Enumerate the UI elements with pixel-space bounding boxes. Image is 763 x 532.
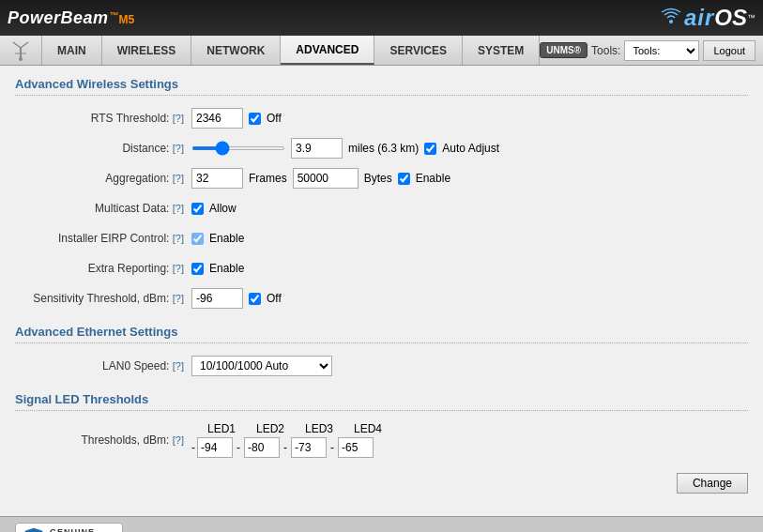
- led2-led3-separator: -: [283, 441, 287, 454]
- auto-adjust-checkbox[interactable]: [424, 143, 436, 155]
- led2-header: LED2: [246, 422, 295, 435]
- tab-network[interactable]: NETWORK: [191, 36, 281, 65]
- lan0-speed-help[interactable]: [?]: [173, 360, 184, 372]
- aggregation-help[interactable]: [?]: [173, 173, 184, 184]
- lan0-speed-controls: 10/100/1000 Auto 10 Mbps-Half 10 Mbps-Fu…: [191, 356, 332, 376]
- air-label: air: [684, 5, 714, 31]
- multicast-data-controls: Allow: [191, 202, 237, 215]
- extra-reporting-help[interactable]: [?]: [173, 263, 184, 274]
- aggregation-label: Aggregation: [?]: [15, 172, 184, 185]
- nav-bar: MAIN WIRELESS NETWORK ADVANCED SERVICES …: [0, 36, 763, 66]
- advanced-wireless-section: Advanced Wireless Settings RTS Threshold…: [15, 77, 748, 310]
- change-button-row: Change: [15, 473, 748, 494]
- multicast-allow-checkbox[interactable]: [191, 203, 204, 215]
- frames-label: Frames: [249, 172, 287, 185]
- rts-threshold-label: RTS Threshold: [?]: [15, 112, 184, 125]
- installer-eirp-checkbox[interactable]: [191, 233, 204, 245]
- signal-led-title: Signal LED Thresholds: [15, 392, 748, 411]
- led4-input[interactable]: [338, 437, 374, 458]
- distance-input[interactable]: [291, 138, 343, 159]
- installer-eirp-help[interactable]: [?]: [173, 233, 184, 244]
- header: PowerBeam™M5 airOS™: [0, 0, 763, 36]
- led2-input[interactable]: [244, 437, 280, 458]
- tab-main[interactable]: MAIN: [42, 36, 102, 65]
- installer-eirp-label: Installer EIRP Control: [?]: [15, 232, 184, 245]
- product-model: ™M5: [110, 10, 135, 26]
- rts-threshold-input[interactable]: [191, 108, 243, 129]
- lan0-speed-select[interactable]: 10/100/1000 Auto 10 Mbps-Half 10 Mbps-Fu…: [191, 356, 332, 376]
- led1-separator: -: [191, 441, 195, 454]
- svg-point-4: [19, 57, 23, 61]
- sensitivity-threshold-input[interactable]: [191, 288, 243, 309]
- genuine-product-badge: U GENUINE PRODUCT: [15, 523, 123, 532]
- led3-header: LED3: [295, 422, 343, 435]
- tab-system[interactable]: SYSTEM: [463, 36, 540, 65]
- bytes-label: Bytes: [364, 172, 392, 185]
- tools-label: Tools:: [591, 44, 620, 57]
- distance-help[interactable]: [?]: [173, 143, 184, 154]
- aggregation-row: Aggregation: [?] Frames Bytes Enable: [15, 167, 748, 190]
- sensitivity-threshold-help[interactable]: [?]: [173, 293, 184, 304]
- tab-advanced[interactable]: ADVANCED: [281, 36, 374, 65]
- rts-threshold-row: RTS Threshold: [?] Off: [15, 107, 748, 129]
- sensitivity-threshold-controls: Off: [191, 288, 282, 309]
- rts-threshold-off-label: Off: [267, 112, 282, 125]
- extra-reporting-label: Extra Reporting: [?]: [15, 262, 184, 275]
- installer-eirp-enable-label: Enable: [209, 232, 244, 245]
- distance-unit: miles (6.3 km): [348, 142, 419, 155]
- unms-badge[interactable]: UNMS®: [540, 42, 588, 58]
- tab-services[interactable]: SERVICES: [374, 36, 462, 65]
- logout-button[interactable]: Logout: [703, 40, 755, 61]
- sensitivity-threshold-off-label: Off: [267, 292, 282, 305]
- multicast-data-help[interactable]: [?]: [173, 203, 184, 214]
- change-button[interactable]: Change: [677, 473, 748, 494]
- bottom-bar: U GENUINE PRODUCT © Copyright 2006-2020 …: [0, 516, 763, 532]
- led1-input[interactable]: [197, 437, 233, 458]
- product-logo: PowerBeam: [8, 8, 109, 28]
- signal-led-section: Signal LED Thresholds Thresholds, dBm: […: [15, 392, 748, 458]
- extra-reporting-row: Extra Reporting: [?] Enable: [15, 257, 748, 280]
- svg-point-0: [669, 20, 673, 23]
- led-thresholds-controls: LED1 LED2 LED3 LED4 - - - -: [191, 422, 392, 458]
- distance-slider[interactable]: [191, 146, 285, 150]
- extra-reporting-checkbox[interactable]: [191, 263, 204, 275]
- lan0-speed-row: LAN0 Speed: [?] 10/100/1000 Auto 10 Mbps…: [15, 355, 748, 377]
- installer-eirp-controls: Enable: [191, 232, 244, 245]
- extra-reporting-enable-label: Enable: [209, 262, 244, 275]
- multicast-data-row: Multicast Data: [?] Allow: [15, 197, 748, 220]
- sensitivity-threshold-off-checkbox[interactable]: [249, 293, 261, 305]
- multicast-data-label: Multicast Data: [?]: [15, 202, 184, 215]
- advanced-wireless-title: Advanced Wireless Settings: [15, 77, 748, 96]
- advanced-ethernet-section: Advanced Ethernet Settings LAN0 Speed: […: [15, 325, 748, 377]
- aggregation-enable-label: Enable: [416, 172, 450, 185]
- extra-reporting-controls: Enable: [191, 262, 244, 275]
- sensitivity-threshold-label: Sensitivity Threshold, dBm: [?]: [15, 292, 184, 305]
- distance-row: Distance: [?] miles (6.3 km) Auto Adjust: [15, 137, 748, 160]
- aggregation-frames-input[interactable]: [191, 168, 243, 189]
- sensitivity-threshold-row: Sensitivity Threshold, dBm: [?] Off: [15, 287, 748, 310]
- led1-led2-separator: -: [237, 441, 240, 454]
- led-thresholds-help[interactable]: [?]: [173, 434, 184, 446]
- ubiquiti-shield-icon: U: [23, 526, 44, 532]
- led-thresholds-label: Thresholds, dBm: [?]: [15, 433, 184, 447]
- led-thresholds-row: Thresholds, dBm: [?] LED1 LED2 LED3 LED4…: [15, 422, 748, 458]
- genuine-label: GENUINE PRODUCT: [50, 527, 114, 532]
- led-inputs: - - - -: [191, 437, 392, 458]
- led4-header: LED4: [343, 422, 392, 435]
- tm-superscript: ™: [747, 13, 755, 23]
- led3-input[interactable]: [291, 437, 327, 458]
- tools-dropdown[interactable]: Tools: Align Antenna Ping Traceroute Spe…: [624, 40, 699, 61]
- multicast-allow-label: Allow: [209, 202, 237, 215]
- rts-threshold-off-checkbox[interactable]: [249, 113, 261, 125]
- svg-line-2: [13, 42, 21, 48]
- wifi-signal-icon: [661, 8, 681, 28]
- led1-header: LED1: [197, 422, 246, 435]
- aggregation-bytes-input[interactable]: [293, 168, 359, 189]
- rts-threshold-help[interactable]: [?]: [173, 113, 184, 124]
- svg-line-3: [21, 42, 28, 48]
- os-label: OS: [714, 5, 747, 31]
- aggregation-enable-checkbox[interactable]: [398, 173, 410, 185]
- nav-right-controls: UNMS® Tools: Tools: Align Antenna Ping T…: [540, 36, 763, 65]
- tab-wireless[interactable]: WIRELESS: [102, 36, 192, 65]
- logo-area: PowerBeam™M5: [8, 8, 134, 28]
